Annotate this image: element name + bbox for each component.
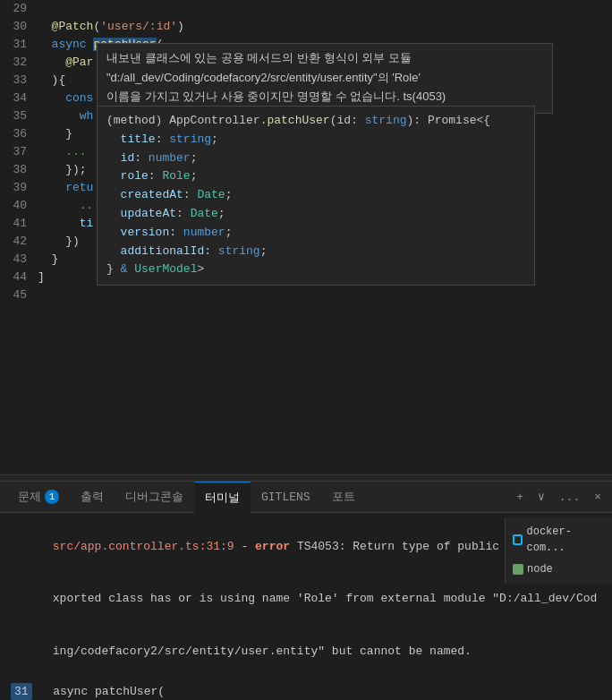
docker-icon [513, 534, 523, 545]
tooltip-line1: 내보낸 클래스에 있는 공용 메서드의 반환 형식이 외부 모듈 [106, 49, 543, 67]
panel-tab-bar: 문제 1 출력 디버그콘솔 터미널 GITLENS 포트 + ∨ ... × [0, 482, 612, 513]
sig-footer: } & UserModel> [106, 260, 525, 279]
terminal-error-line3: ing/codefacory2/src/entity/user.entity" … [11, 625, 601, 678]
tab-problems-label: 문제 [18, 489, 41, 505]
error-tooltip: 내보낸 클래스에 있는 공용 메서드의 반환 형식이 외부 모듈 "d:/all… [97, 43, 553, 114]
tab-debug-label: 디버그콘솔 [125, 489, 183, 505]
code-line-45: 45 [0, 286, 612, 304]
terminal-output[interactable]: docker-com... node src/app.controller.ts… [0, 513, 612, 700]
node-entry[interactable]: node [506, 559, 612, 580]
signature-method: (method) AppController.patchUser(id: str… [106, 112, 525, 131]
sig-field-updateat: updateAt: Date; [106, 205, 525, 224]
sig-field-title: title: string; [106, 131, 525, 149]
close-panel-button[interactable]: × [591, 489, 605, 506]
sig-field-role: role: Role; [106, 167, 525, 186]
code-line-29: 29 [0, 0, 612, 18]
tooltip-line3: 이름을 가지고 있거나 사용 중이지만 명명할 수 없습니다. ts(4053) [106, 88, 543, 106]
tab-gitlens[interactable]: GITLENS [251, 482, 321, 513]
docker-entry[interactable]: docker-com... [506, 521, 612, 559]
add-terminal-button[interactable]: + [513, 489, 527, 506]
tab-debug-console[interactable]: 디버그콘솔 [115, 482, 194, 513]
signature-popup: (method) AppController.patchUser(id: str… [97, 106, 535, 286]
more-actions-button[interactable]: ... [556, 489, 583, 506]
terminal-code-line: 31 async patchUser( [11, 683, 601, 701]
terminal-line-number: 31 [11, 683, 32, 701]
sig-field-id: id: number; [106, 149, 525, 168]
sig-field-version: version: number; [106, 224, 525, 243]
tab-terminal[interactable]: 터미널 [194, 482, 251, 513]
docker-label: docker-com... [526, 524, 605, 556]
sig-field-additionalid: additionalId: string; [106, 243, 525, 261]
node-label: node [527, 561, 553, 577]
tab-ports-label: 포트 [332, 489, 355, 505]
tab-output[interactable]: 출력 [70, 482, 115, 513]
code-line-30: 30 @Patch('users/:id') [0, 18, 612, 36]
problems-badge: 1 [45, 490, 59, 504]
sig-field-createdat: createdAt: Date; [106, 186, 525, 205]
split-terminal-button[interactable]: ∨ [534, 488, 548, 506]
bottom-panel: 문제 1 출력 디버그콘솔 터미널 GITLENS 포트 + ∨ ... × [0, 482, 612, 700]
tab-bar-actions: + ∨ ... × [513, 488, 605, 506]
code-editor[interactable]: 29 30 @Patch('users/:id') 31 async patch… [0, 0, 612, 474]
tab-output-label: 출력 [81, 489, 104, 505]
terminal-sidebar: docker-com... node [505, 517, 612, 584]
tab-ports[interactable]: 포트 [321, 482, 366, 513]
tab-problems[interactable]: 문제 1 [7, 482, 70, 513]
tooltip-line2: "d:/all_dev/Coding/codefacory2/src/entit… [106, 69, 543, 87]
tab-gitlens-label: GITLENS [261, 491, 310, 504]
tab-terminal-label: 터미널 [205, 490, 240, 506]
node-icon [513, 564, 523, 575]
